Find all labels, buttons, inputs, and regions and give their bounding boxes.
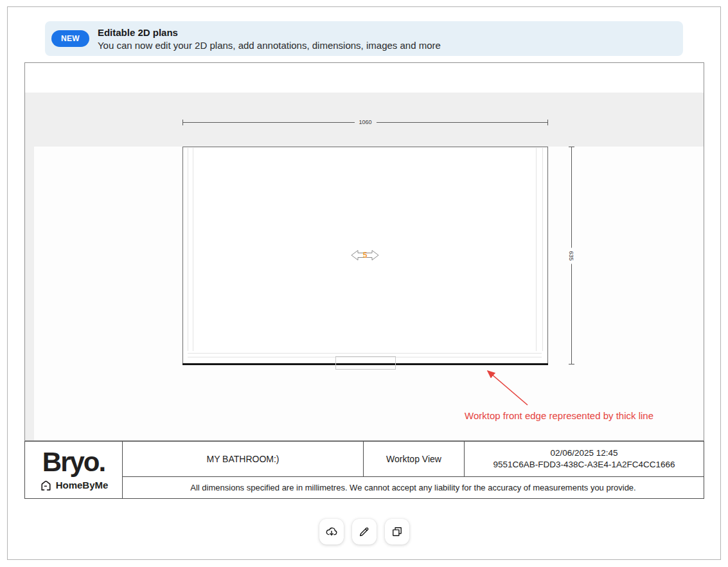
brand-row: HomeByMe <box>39 479 109 492</box>
annotation-label[interactable]: Worktop front edge represented by thick … <box>465 410 696 421</box>
worktop-inner-line-bottom-1 <box>188 353 542 354</box>
brand-name: HomeByMe <box>56 480 109 491</box>
plan-canvas[interactable]: 1060 635 5 Worktop front edge represente… <box>24 62 704 441</box>
banner-text: Editable 2D plans You can now edit your … <box>98 27 441 51</box>
new-badge: NEW <box>51 30 89 47</box>
worktop-bottom-marker-rect <box>335 356 396 370</box>
homebyme-house-icon <box>39 479 53 492</box>
export-toolbar <box>319 519 409 544</box>
brand-logo: Bryo. <box>42 449 105 476</box>
download-button[interactable] <box>319 519 344 544</box>
plan-export-page: NEW Editable 2D plans You can now edit y… <box>0 0 728 567</box>
banner-title: Editable 2D plans <box>98 27 441 38</box>
duplicate-button[interactable] <box>385 519 409 544</box>
view-name-cell: Worktop View <box>364 442 465 477</box>
width-dimension-line[interactable]: 1060 <box>182 122 548 123</box>
worktop-inner-line-left-1 <box>188 148 188 351</box>
disclaimer-cell: All dimensions specified are in millimet… <box>123 477 704 498</box>
worktop-inner-line-right-2 <box>542 148 543 351</box>
new-feature-banner: NEW Editable 2D plans You can now edit y… <box>45 21 683 56</box>
worktop-inner-line-left-2 <box>193 148 193 351</box>
project-name-cell: MY BATHROOM:) <box>123 442 364 477</box>
title-block: Bryo. HomeByMe MY BATHROOM:) Worktop Vie… <box>24 441 704 499</box>
pencil-icon <box>358 525 371 538</box>
logo-cell: Bryo. HomeByMe <box>25 442 123 498</box>
edit-button[interactable] <box>352 519 377 544</box>
double-arrow-icon: 5 <box>351 248 379 262</box>
handle-value: 5 <box>363 251 368 260</box>
timestamp-cell: 02/06/2025 12:45 9551C6AB-FDD3-438C-A3E4… <box>465 442 704 477</box>
width-dimension-label: 1060 <box>354 119 376 125</box>
duplicate-icon <box>391 525 404 538</box>
annotation-arrow[interactable] <box>475 365 558 411</box>
height-dimension-line[interactable]: 635 <box>571 147 572 364</box>
worktop-inner-line-right-1 <box>536 148 537 351</box>
document-id: 9551C6AB-FDD3-438C-A3E4-1A2FC4CC1666 <box>493 459 675 471</box>
banner-subtitle: You can now edit your 2D plans, add anno… <box>98 40 441 51</box>
resize-handle[interactable]: 5 <box>351 248 379 262</box>
cloud-download-icon <box>325 525 338 538</box>
height-dimension-label: 635 <box>568 248 574 264</box>
timestamp: 02/06/2025 12:45 <box>550 447 617 459</box>
